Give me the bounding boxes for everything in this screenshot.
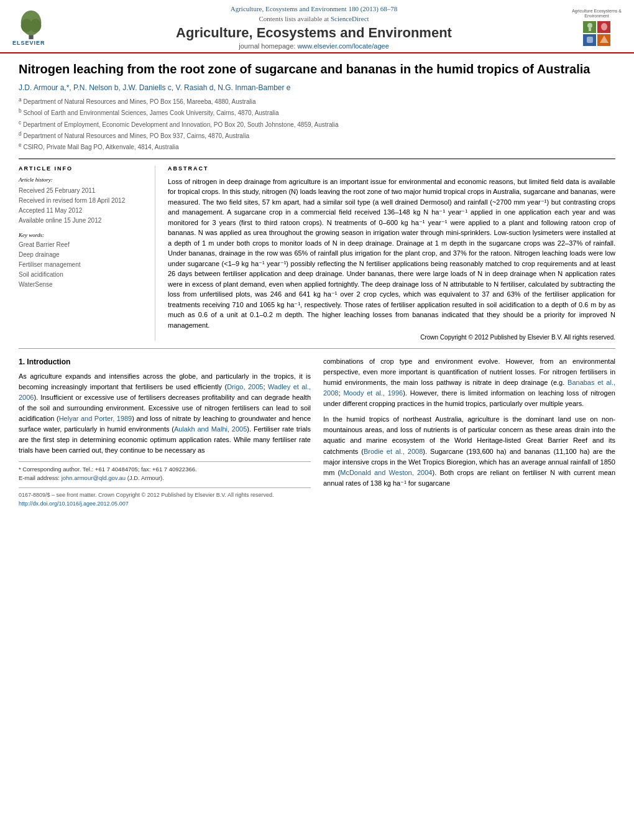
doi-link[interactable]: http://dx.doi.org/10.1016/j.agee.2012.05… xyxy=(19,501,129,507)
keyword-4: Soil acidification xyxy=(19,270,145,280)
email-line: E-mail address: john.armour@qld.gov.au (… xyxy=(19,474,311,482)
bottom-bar: 0167-8809/$ – see front matter. Crown Co… xyxy=(19,487,311,508)
available-date: Available online 15 June 2012 xyxy=(19,216,145,226)
homepage-url[interactable]: www.elsevier.com/locate/agee xyxy=(297,42,388,50)
logo-box-blue-icon xyxy=(584,34,595,45)
keyword-2: Deep drainage xyxy=(19,250,145,260)
svg-point-6 xyxy=(601,23,607,30)
introduction-section: 1. Introduction As agriculture expands a… xyxy=(19,356,615,508)
revised-date: Received in revised form 18 April 2012 xyxy=(19,196,145,206)
svg-point-4 xyxy=(587,23,592,28)
wadley-ref[interactable]: Wadley et al., 2006 xyxy=(19,383,311,401)
affiliation-b: b School of Earth and Environmental Scie… xyxy=(19,107,615,118)
homepage-label: journal homepage: xyxy=(239,42,295,50)
info-abstract-section: ARTICLE INFO Article history: Received 2… xyxy=(19,159,615,341)
moody-ref[interactable]: Moody et al., 1996 xyxy=(343,389,403,397)
svg-marker-8 xyxy=(600,35,609,43)
affiliations: a Department of Natural Resources and Mi… xyxy=(19,96,615,152)
corresponding-author: * Corresponding author. Tel.: +61 7 4048… xyxy=(19,465,311,474)
keyword-1: Great Barrier Reef xyxy=(19,240,145,250)
intro-col-left: 1. Introduction As agriculture expands a… xyxy=(19,356,311,508)
history-label: Article history: xyxy=(19,177,145,183)
abstract-label: ABSTRACT xyxy=(168,165,615,172)
journal-logo-right: Agriculture Ecosystems & Environment xyxy=(572,9,622,46)
keywords-list: Great Barrier Reef Deep drainage Fertili… xyxy=(19,240,145,290)
brodie-ref[interactable]: Brodie et al., 2008 xyxy=(364,448,423,455)
footnotes: * Corresponding author. Tel.: +61 7 4048… xyxy=(19,461,311,483)
aulakh-ref[interactable]: Aulakh and Malhi, 2005 xyxy=(174,425,247,433)
logo-box-blue xyxy=(583,34,596,46)
accepted-date: Accepted 11 May 2012 xyxy=(19,206,145,216)
abstract-col: ABSTRACT Loss of nitrogen in deep draina… xyxy=(168,165,615,341)
affiliation-e: e CSIRO, Private Mail Bag PO, Aitkenvale… xyxy=(19,141,615,152)
author-email[interactable]: john.armour@qld.gov.au xyxy=(62,474,126,481)
journal-homepage: journal homepage: www.elsevier.com/locat… xyxy=(56,42,572,50)
journal-citation: Agriculture, Ecosystems and Environment … xyxy=(56,5,572,12)
keyword-3: Fertiliser management xyxy=(19,260,145,270)
logo-box-green xyxy=(583,21,596,33)
authors: J.D. Armour a,*, P.N. Nelson b, J.W. Dan… xyxy=(19,83,615,92)
email-label: E-mail address: xyxy=(19,474,60,481)
svg-point-3 xyxy=(30,19,41,32)
article-title: Nitrogen leaching from the root zone of … xyxy=(19,61,615,77)
intro-heading: 1. Introduction xyxy=(19,356,311,367)
contents-text: Contents lists available at xyxy=(259,15,329,22)
logo-box-red xyxy=(597,21,610,33)
journal-logo-text: Agriculture Ecosystems & Environment xyxy=(572,9,622,19)
received-date: Received 25 February 2011 xyxy=(19,186,145,196)
article-info-label: ARTICLE INFO xyxy=(19,165,145,172)
journal-header: ELSEVIER Agriculture, Ecosystems and Env… xyxy=(0,0,634,53)
elsevier-logo: ELSEVIER xyxy=(12,9,56,46)
intro-para-right-2: In the humid tropics of northeast Austra… xyxy=(323,414,615,488)
journal-header-center: Agriculture, Ecosystems and Environment … xyxy=(56,5,572,50)
svg-rect-5 xyxy=(589,28,591,31)
affiliation-c: c Department of Employment, Economic Dev… xyxy=(19,119,615,129)
logo-box-red-icon xyxy=(599,21,610,32)
affiliation-d: d Department of Natural Resources and Mi… xyxy=(19,130,615,141)
keyword-5: WaterSense xyxy=(19,280,145,290)
abstract-copyright: Crown Copyright © 2012 Published by Else… xyxy=(168,334,615,341)
intro-para-right-1: combinations of crop type and environmen… xyxy=(323,356,615,409)
section-divider xyxy=(19,348,615,349)
svg-rect-7 xyxy=(587,37,593,43)
logo-box-orange-icon xyxy=(599,34,610,45)
elsevier-tree-icon xyxy=(12,9,50,40)
article-info-col: ARTICLE INFO Article history: Received 2… xyxy=(19,165,155,341)
intro-col-right: combinations of crop type and environmen… xyxy=(323,356,615,508)
abstract-text: Loss of nitrogen in deep drainage from a… xyxy=(168,177,615,331)
doi-line: http://dx.doi.org/10.1016/j.agee.2012.05… xyxy=(19,500,311,509)
journal-logo-boxes xyxy=(583,21,610,46)
contents-available: Contents lists available at ScienceDirec… xyxy=(56,15,572,22)
intro-para-1: As agriculture expands and intensifies a… xyxy=(19,371,311,456)
affiliation-a: a Department of Natural Resources and Mi… xyxy=(19,96,615,106)
drigo-ref[interactable]: Drigo, 2005 xyxy=(227,383,263,390)
journal-title: Agriculture, Ecosystems and Environment xyxy=(56,25,572,41)
mcdonald-ref[interactable]: McDonald and Weston, 2004 xyxy=(340,469,432,476)
helyar-ref[interactable]: Helyar and Porter, 1989 xyxy=(59,415,132,422)
issn-line: 0167-8809/$ – see front matter. Crown Co… xyxy=(19,491,311,500)
keywords-label: Key words: xyxy=(19,232,145,238)
email-suffix: (J.D. Armour). xyxy=(127,474,164,481)
sciencedirect-link[interactable]: ScienceDirect xyxy=(331,15,369,22)
elsevier-text: ELSEVIER xyxy=(12,40,45,46)
content-wrapper: Nitrogen leaching from the root zone of … xyxy=(0,53,634,514)
logo-box-orange xyxy=(597,34,610,46)
logo-box-green-icon xyxy=(584,21,595,32)
